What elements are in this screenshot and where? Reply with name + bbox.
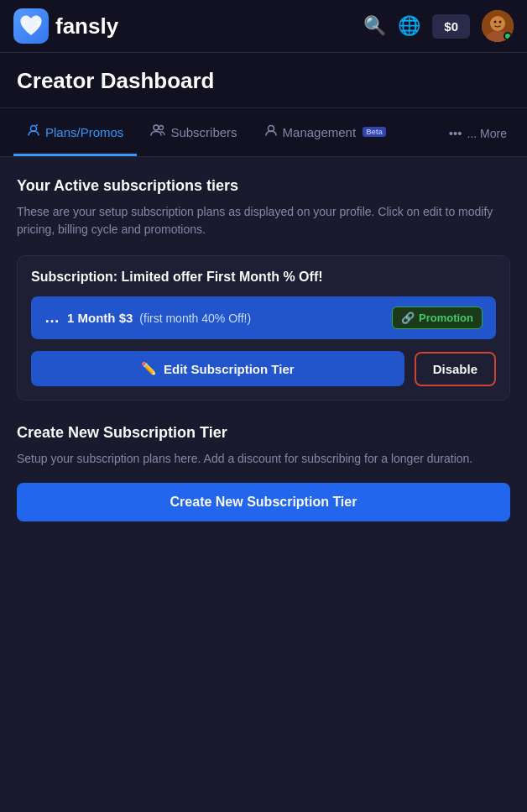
create-subscription-section: Create New Subscription Tier Setup your … — [17, 424, 510, 521]
svg-point-4 — [494, 21, 497, 24]
svg-point-8 — [159, 126, 164, 130]
more-label: ... More — [467, 127, 507, 140]
logo-text: fansly — [55, 13, 118, 39]
subscription-card-title: Subscription: Limited offer First Month … — [31, 270, 496, 285]
edit-subscription-button[interactable]: ✏️ Edit Subscription Tier — [31, 351, 404, 386]
create-section-description: Setup your subscription plans here. Add … — [17, 450, 510, 468]
create-subscription-button[interactable]: Create New Subscription Tier — [17, 483, 510, 521]
promotion-label: Promotion — [419, 312, 473, 324]
tab-management-label: Management — [283, 125, 357, 139]
avatar[interactable] — [482, 10, 514, 42]
globe-icon[interactable]: 🌐 — [398, 15, 420, 37]
tab-subscribers-label: Subscribers — [170, 125, 237, 139]
svg-point-2 — [490, 16, 505, 31]
page-title-bar: Creator Dashboard — [0, 53, 527, 108]
edit-label: Edit Subscription Tier — [164, 362, 295, 376]
tab-plans-label: Plans/Promos — [45, 125, 123, 139]
search-icon[interactable]: 🔍 — [363, 15, 386, 37]
promotion-icon: 🔗 — [401, 312, 415, 324]
more-dots: ••• — [449, 126, 462, 140]
tab-more[interactable]: ••• ... More — [442, 111, 514, 154]
tabs-bar: Plans/Promos Subscribers Management Beta… — [0, 108, 527, 157]
logo-area: fansly — [13, 8, 353, 44]
active-section-title: Your Active subscriptions tiers — [17, 177, 510, 195]
tab-management[interactable]: Management Beta — [251, 108, 399, 156]
plan-dots: … — [44, 309, 60, 327]
header-right: 🔍 🌐 $0 — [363, 10, 514, 42]
app-header: fansly 🔍 🌐 $0 — [0, 0, 527, 53]
tab-subscribers[interactable]: Subscribers — [137, 108, 250, 156]
svg-point-5 — [499, 21, 502, 24]
management-icon — [264, 123, 278, 140]
plan-discount: (first month 40% Off!) — [139, 312, 251, 325]
active-subscriptions-section: Your Active subscriptions tiers These ar… — [17, 177, 510, 401]
plan-price: 1 Month $3 — [67, 311, 133, 325]
active-section-description: These are your setup subscription plans … — [17, 203, 510, 238]
online-indicator — [504, 32, 512, 40]
beta-badge: Beta — [363, 127, 386, 137]
create-section-title: Create New Subscription Tier — [17, 424, 510, 442]
edit-icon: ✏️ — [141, 361, 157, 376]
disable-button[interactable]: Disable — [415, 352, 496, 386]
subscription-card: Subscription: Limited offer First Month … — [17, 255, 510, 401]
page-title: Creator Dashboard — [17, 68, 510, 94]
fansly-logo-icon — [13, 8, 49, 44]
plans-icon — [27, 123, 40, 140]
promotion-badge[interactable]: 🔗 Promotion — [392, 306, 483, 329]
plan-row: … 1 Month $3 (first month 40% Off!) 🔗 Pr… — [31, 296, 496, 339]
action-row: ✏️ Edit Subscription Tier Disable — [31, 351, 496, 386]
plan-row-left: … 1 Month $3 (first month 40% Off!) — [44, 309, 251, 327]
main-content: Your Active subscriptions tiers These ar… — [0, 157, 527, 565]
tab-plans-promos[interactable]: Plans/Promos — [13, 108, 137, 156]
balance-button[interactable]: $0 — [432, 14, 470, 39]
svg-point-7 — [154, 125, 159, 130]
subscribers-icon — [150, 123, 165, 140]
